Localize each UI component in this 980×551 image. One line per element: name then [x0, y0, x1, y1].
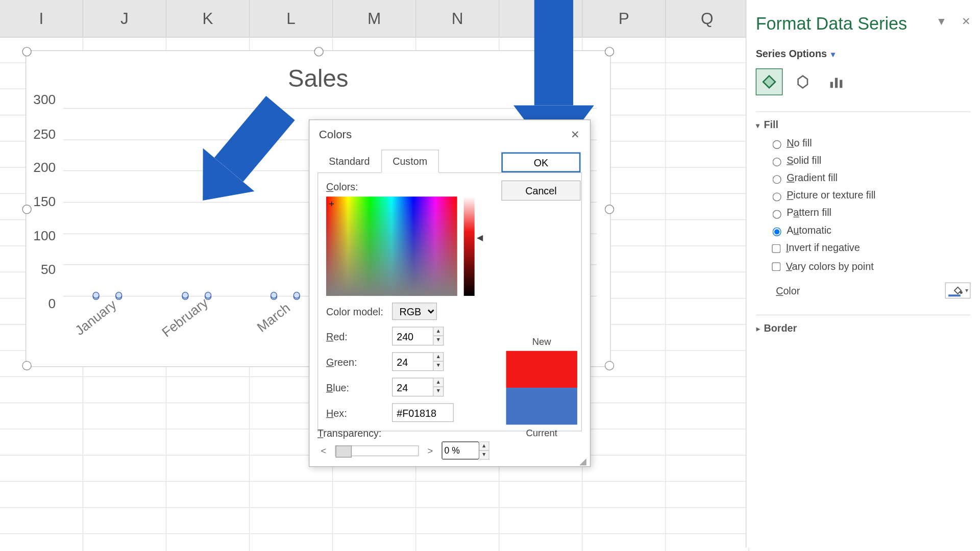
luminance-pointer-icon: ◀	[477, 233, 483, 242]
column-header[interactable]: M	[333, 0, 416, 37]
x-tick-label: January	[56, 284, 159, 381]
column-header[interactable]: K	[166, 0, 250, 37]
close-icon[interactable]: ✕	[567, 127, 583, 143]
y-tick-label: 50	[41, 262, 56, 278]
chart-resize-handle[interactable]	[314, 47, 323, 56]
red-label: Red:	[326, 331, 392, 342]
color-spectrum[interactable]: +	[326, 196, 457, 296]
chart-resize-handle[interactable]	[605, 205, 614, 214]
blue-label: Blue:	[326, 382, 392, 393]
new-color-label: New	[501, 336, 582, 347]
luminance-slider[interactable]: ◀	[464, 196, 475, 296]
column-header[interactable]: Q	[666, 0, 749, 37]
fill-section-header[interactable]: ▾Fill	[756, 119, 971, 130]
y-tick-label: 100	[33, 228, 56, 243]
blue-spinner[interactable]: ▲▼	[433, 378, 444, 396]
x-tick-label: February	[145, 284, 248, 381]
svg-rect-1	[835, 78, 838, 88]
transparency-input[interactable]	[442, 441, 479, 460]
current-color-label: Current	[501, 428, 582, 438]
radio-pattern-fill[interactable]: Pattern fill	[769, 207, 971, 219]
radio-automatic[interactable]: Automatic	[769, 224, 971, 236]
check-invert-negative[interactable]: Invert if negative	[769, 242, 860, 253]
color-model-label: Color model:	[326, 306, 392, 317]
column-header[interactable]: I	[0, 0, 83, 37]
chart-resize-handle[interactable]	[22, 361, 31, 370]
series-options-icon[interactable]	[823, 68, 850, 95]
new-color-swatch	[506, 351, 577, 388]
y-tick-label: 0	[48, 296, 56, 312]
current-color-swatch	[506, 388, 577, 424]
effects-icon[interactable]	[789, 68, 816, 95]
svg-rect-2	[840, 80, 842, 88]
chart-resize-handle[interactable]	[22, 47, 31, 56]
red-input[interactable]	[392, 327, 434, 345]
hex-label: Hex:	[326, 407, 392, 418]
svg-point-3	[960, 291, 962, 294]
series-options-dropdown[interactable]: Series Options▾	[756, 47, 971, 59]
y-tick-label: 150	[33, 194, 56, 210]
green-spinner[interactable]: ▲▼	[433, 352, 444, 371]
chart-resize-handle[interactable]	[605, 361, 614, 370]
radio-picture-fill[interactable]: Picture or texture fill	[769, 189, 971, 202]
tab-standard[interactable]: Standard	[317, 149, 381, 173]
chevron-down-icon: ▾	[965, 287, 969, 294]
column-header[interactable]: P	[582, 0, 666, 37]
y-tick-label: 200	[33, 160, 56, 176]
chart-resize-handle[interactable]	[605, 47, 614, 56]
blue-input[interactable]	[392, 378, 434, 396]
column-header[interactable]: N	[416, 0, 499, 37]
check-vary-colors[interactable]: Vary colors by point	[769, 260, 874, 271]
chevron-down-icon: ▾	[831, 49, 835, 59]
slider-thumb[interactable]	[336, 445, 352, 458]
radio-no-fill[interactable]: No fill	[769, 137, 971, 149]
resize-grip-icon[interactable]: ◢	[579, 456, 589, 465]
tab-custom[interactable]: Custom	[381, 149, 439, 173]
ok-button[interactable]: OK	[501, 153, 580, 172]
spectrum-crosshair-icon: +	[329, 201, 334, 207]
color-model-select[interactable]: RGB	[392, 303, 437, 320]
transparency-label: Transparency:	[317, 428, 489, 439]
hex-input[interactable]	[392, 403, 454, 422]
radio-solid-fill[interactable]: Solid fill	[769, 154, 971, 166]
fill-color-button[interactable]: ▾	[945, 283, 971, 299]
dialog-title: Colors	[309, 120, 590, 149]
color-preview	[506, 351, 577, 425]
fill-line-icon[interactable]	[756, 68, 783, 95]
app-stage: IJKLMNOPQ ▲ Sales 050100150200250300 Jan…	[0, 0, 980, 547]
transparency-inc[interactable]: >	[424, 445, 436, 456]
transparency-spinner[interactable]: ▲▼	[479, 441, 489, 460]
green-input[interactable]	[392, 352, 434, 371]
pane-close-icon[interactable]: ✕	[962, 15, 970, 27]
transparency-slider[interactable]	[335, 445, 419, 456]
y-tick-label: 250	[33, 126, 56, 141]
color-label: Color	[776, 285, 800, 296]
green-label: Green:	[326, 356, 392, 367]
y-tick-label: 300	[33, 92, 56, 108]
transparency-dec[interactable]: <	[317, 445, 330, 456]
radio-gradient-fill[interactable]: Gradient fill	[769, 172, 971, 184]
y-axis[interactable]: 050100150200250300	[26, 100, 60, 304]
colors-dialog: Colors ✕ Standard Custom Colors: + ◀ Col…	[309, 119, 591, 467]
column-header[interactable]: L	[250, 0, 333, 37]
pane-options-icon[interactable]: ▼	[936, 15, 947, 27]
red-spinner[interactable]: ▲▼	[433, 327, 444, 345]
border-section-header[interactable]: ▾Border	[756, 322, 971, 334]
format-pane: Format Data Series ▼ ✕ Series Options▾ ▾…	[746, 0, 980, 547]
cancel-button[interactable]: Cancel	[501, 181, 580, 201]
svg-rect-0	[830, 82, 833, 88]
column-header[interactable]: J	[83, 0, 166, 37]
